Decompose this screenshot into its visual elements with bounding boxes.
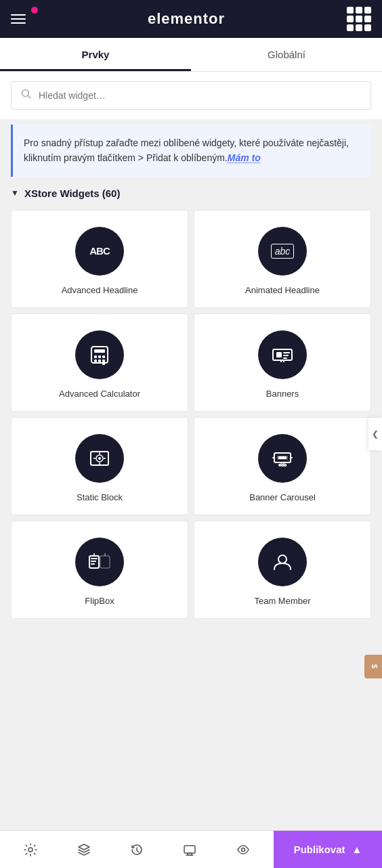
widget-icon-advanced-calculator bbox=[75, 330, 124, 379]
publish-chevron-icon: ▲ bbox=[352, 844, 362, 855]
widget-icon-flipbox bbox=[75, 538, 124, 586]
calculator-icon bbox=[89, 344, 110, 366]
svg-point-41 bbox=[28, 848, 33, 852]
widget-label-advanced-calculator: Advanced Calculator bbox=[59, 389, 140, 399]
svg-point-19 bbox=[98, 457, 101, 460]
abc-outline-icon: abc bbox=[271, 244, 295, 259]
notification-dot bbox=[31, 7, 38, 14]
svg-rect-9 bbox=[102, 360, 105, 365]
search-container bbox=[0, 72, 382, 119]
widget-card-advanced-headline[interactable]: ABC Advanced Headline bbox=[11, 210, 188, 308]
info-box-text: Pro snadný přístup zařaďte mezi oblíbené… bbox=[24, 135, 360, 166]
app-logo: elementor bbox=[148, 10, 225, 28]
settings-icon bbox=[24, 843, 37, 856]
svg-point-29 bbox=[278, 464, 281, 466]
publish-button[interactable]: Publikovat ▲ bbox=[274, 831, 382, 869]
widget-icon-advanced-headline: ABC bbox=[75, 227, 124, 276]
widget-label-team-member: Team Member bbox=[254, 596, 310, 606]
top-bar: elementor bbox=[0, 0, 382, 38]
svg-rect-7 bbox=[94, 360, 97, 362]
side-panel-collapse-handle[interactable]: ❮ bbox=[368, 418, 382, 450]
search-input[interactable] bbox=[39, 90, 361, 101]
info-box: Pro snadný přístup zařaďte mezi oblíbené… bbox=[11, 125, 371, 177]
widget-icon-team-member bbox=[258, 538, 307, 586]
widget-icon-animated-headline: abc bbox=[258, 227, 307, 276]
svg-rect-6 bbox=[102, 355, 105, 358]
widget-label-banner-carousel: Banner Carousel bbox=[249, 492, 316, 502]
menu-button[interactable] bbox=[11, 14, 26, 24]
widget-label-static-block: Static Block bbox=[77, 492, 123, 502]
svg-rect-39 bbox=[91, 563, 95, 565]
widget-card-animated-headline[interactable]: abc Animated Headline bbox=[194, 210, 371, 308]
responsive-icon bbox=[183, 843, 196, 856]
settings-button[interactable] bbox=[5, 836, 56, 863]
widget-section: ▼ XStore Widgets (60) ABC Advanced Headl… bbox=[0, 188, 382, 619]
preview-icon bbox=[236, 843, 250, 856]
widget-card-static-block[interactable]: Static Block bbox=[11, 417, 188, 515]
widget-card-banner-carousel[interactable]: Banner Carousel bbox=[194, 417, 371, 515]
svg-rect-4 bbox=[94, 355, 97, 358]
section-collapse-arrow[interactable]: ▼ bbox=[11, 188, 19, 198]
widget-icon-banner-carousel bbox=[258, 434, 307, 483]
svg-rect-5 bbox=[98, 355, 101, 358]
svg-rect-3 bbox=[94, 349, 105, 353]
bottom-toolbar: Publikovat ▲ bbox=[0, 830, 382, 868]
svg-rect-26 bbox=[278, 456, 286, 459]
svg-point-30 bbox=[282, 464, 284, 466]
svg-line-1 bbox=[28, 96, 31, 99]
history-button[interactable] bbox=[112, 836, 162, 863]
svg-point-31 bbox=[284, 464, 286, 466]
chevron-left-icon: ❮ bbox=[372, 429, 379, 439]
search-box bbox=[11, 81, 371, 110]
layers-button[interactable] bbox=[58, 836, 108, 863]
section-title: XStore Widgets (60) bbox=[24, 188, 121, 199]
widget-card-flipbox[interactable]: FlipBox bbox=[11, 521, 188, 619]
widget-label-animated-headline: Animated Headline bbox=[245, 285, 320, 295]
svg-rect-37 bbox=[91, 558, 98, 559]
widget-icon-banners bbox=[258, 330, 307, 379]
preview-button[interactable] bbox=[218, 836, 268, 863]
widget-card-team-member[interactable]: Team Member bbox=[194, 521, 371, 619]
widget-label-banners: Banners bbox=[266, 389, 299, 399]
publish-label: Publikovat bbox=[294, 844, 345, 855]
main-tabs: Prvky Globální bbox=[0, 38, 382, 72]
flipbox-icon bbox=[88, 550, 111, 573]
banners-icon bbox=[271, 343, 294, 366]
info-box-link[interactable]: Mám to bbox=[228, 152, 261, 163]
svg-point-40 bbox=[278, 555, 286, 563]
banner-carousel-icon bbox=[271, 447, 294, 470]
right-cta-button[interactable]: $ bbox=[364, 655, 382, 678]
responsive-button[interactable] bbox=[165, 836, 215, 863]
history-icon bbox=[130, 843, 144, 856]
widget-icon-static-block bbox=[75, 434, 124, 483]
tab-prvky[interactable]: Prvky bbox=[0, 38, 191, 71]
search-icon bbox=[21, 89, 32, 102]
layers-icon bbox=[77, 843, 91, 856]
svg-rect-10 bbox=[273, 349, 292, 360]
abc-icon: ABC bbox=[89, 245, 110, 257]
tab-globalni[interactable]: Globální bbox=[191, 38, 382, 71]
apps-grid-button[interactable] bbox=[347, 7, 371, 31]
svg-rect-42 bbox=[184, 846, 195, 853]
svg-rect-11 bbox=[276, 352, 282, 357]
static-block-icon bbox=[88, 447, 111, 470]
content-area: Pro snadný přístup zařaďte mezi oblíbené… bbox=[0, 72, 382, 673]
svg-rect-8 bbox=[98, 360, 101, 362]
team-member-icon bbox=[271, 550, 294, 573]
widget-card-banners[interactable]: Banners bbox=[194, 313, 371, 412]
section-header: ▼ XStore Widgets (60) bbox=[11, 188, 371, 199]
widget-label-flipbox: FlipBox bbox=[85, 596, 114, 606]
toolbar-items bbox=[0, 836, 274, 863]
widget-grid: ABC Advanced Headline abc Animated Headl… bbox=[11, 210, 371, 619]
svg-rect-38 bbox=[91, 561, 96, 562]
right-cta-text: $ bbox=[370, 664, 379, 669]
widget-card-advanced-calculator[interactable]: Advanced Calculator bbox=[11, 313, 188, 412]
widget-label-advanced-headline: Advanced Headline bbox=[62, 285, 138, 295]
svg-rect-34 bbox=[100, 556, 110, 568]
svg-point-45 bbox=[241, 848, 245, 851]
